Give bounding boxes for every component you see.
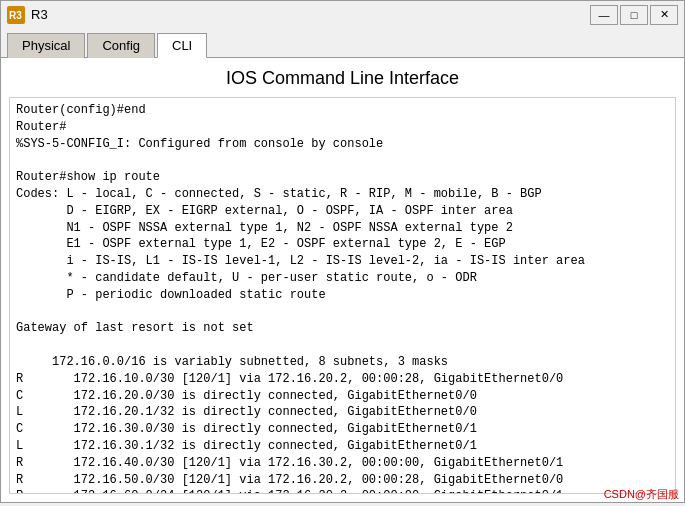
close-button[interactable]: ✕: [650, 5, 678, 25]
tab-config[interactable]: Config: [87, 33, 155, 58]
minimize-button[interactable]: —: [590, 5, 618, 25]
tab-bar: Physical Config CLI: [0, 28, 685, 57]
page-title: IOS Command Line Interface: [1, 58, 684, 97]
watermark: CSDN@齐国服: [604, 487, 679, 502]
title-bar-left: R3 R3: [7, 6, 48, 24]
maximize-button[interactable]: □: [620, 5, 648, 25]
svg-text:R3: R3: [9, 10, 22, 21]
tab-cli[interactable]: CLI: [157, 33, 207, 58]
main-area: IOS Command Line Interface Router(config…: [0, 57, 685, 503]
window-controls: — □ ✕: [590, 5, 678, 25]
cli-terminal[interactable]: Router(config)#end Router# %SYS-5-CONFIG…: [9, 97, 676, 494]
window-title: R3: [31, 7, 48, 22]
tab-physical[interactable]: Physical: [7, 33, 85, 58]
title-bar: R3 R3 — □ ✕: [0, 0, 685, 28]
cli-output: Router(config)#end Router# %SYS-5-CONFIG…: [10, 98, 675, 494]
app-icon: R3: [7, 6, 25, 24]
